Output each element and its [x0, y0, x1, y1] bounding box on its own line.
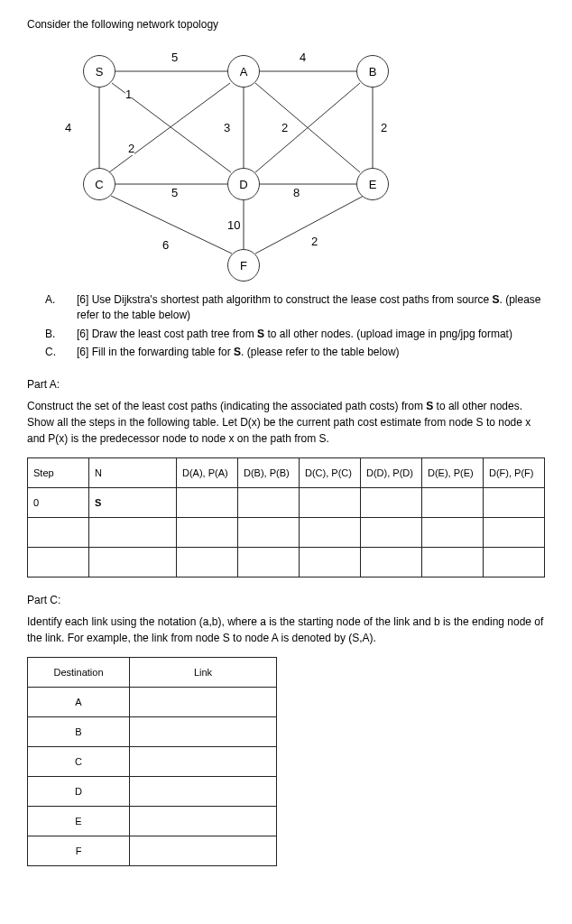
edge-df: 10 [227, 218, 240, 232]
edge-ae: 2 [281, 121, 288, 134]
table-row: E [28, 807, 277, 836]
question-b: B.[6] Draw the least cost path tree from… [45, 327, 545, 342]
col-destination: Destination [28, 658, 130, 688]
table-row: 0 S [28, 488, 545, 518]
node-c: C [83, 168, 115, 200]
edge-be: 2 [381, 121, 387, 134]
edge-sc-diag: 1 [125, 88, 132, 101]
col-f: D(F), P(F) [484, 458, 545, 488]
svg-line-11 [111, 196, 232, 254]
page-title: Consider the following network topology [27, 18, 545, 31]
edge-sa: 5 [171, 51, 178, 64]
forwarding-table: Destination Link A B C D E F [27, 657, 277, 866]
question-a: A.[6] Use Dijkstra's shortest path algor… [45, 292, 545, 323]
table-row: C [28, 747, 277, 777]
col-d: D(D), P(D) [361, 458, 422, 488]
node-s: S [83, 55, 115, 88]
col-a: D(A), P(A) [177, 458, 238, 488]
question-c: C.[6] Fill in the forwarding table for S… [45, 345, 545, 360]
table-header-row: Destination Link [28, 658, 277, 688]
table-row [28, 518, 545, 548]
table-header-row: Step N D(A), P(A) D(B), P(B) D(C), P(C) … [28, 458, 545, 488]
table-row: B [28, 717, 277, 747]
table-row: D [28, 777, 277, 807]
col-e: D(E), P(E) [422, 458, 484, 488]
col-b: D(B), P(B) [238, 458, 300, 488]
edge-ad: 3 [224, 121, 230, 134]
col-step: Step [28, 458, 89, 488]
network-graph: S A B C D E F 5 4 4 1 2 3 2 2 5 8 6 10 2 [54, 40, 433, 274]
node-f: F [227, 249, 260, 282]
part-a-head: Part A: [27, 378, 545, 391]
cell: 0 [28, 488, 89, 518]
part-a-para: Construct the set of the least cost path… [27, 398, 545, 447]
table-row: F [28, 836, 277, 866]
col-n: N [89, 458, 177, 488]
svg-line-13 [255, 196, 364, 254]
node-d: D [227, 168, 260, 200]
question-list: A.[6] Use Dijkstra's shortest path algor… [27, 292, 545, 360]
edge-ef: 2 [311, 235, 318, 248]
part-c-head: Part C: [27, 594, 545, 606]
node-a: A [227, 55, 260, 88]
col-c: D(C), P(C) [300, 458, 361, 488]
edge-cf: 6 [162, 238, 169, 252]
edge-de: 8 [293, 186, 300, 199]
table-row [28, 548, 545, 578]
part-c-para: Identify each link using the notation (a… [27, 614, 545, 646]
edge-cd: 5 [171, 186, 178, 199]
edge-sc-left: 4 [65, 121, 71, 134]
edge-sd: 2 [128, 142, 134, 155]
col-link: Link [130, 658, 277, 688]
dijkstra-table: Step N D(A), P(A) D(B), P(B) D(C), P(C) … [27, 457, 545, 578]
table-row: A [28, 688, 277, 717]
node-e: E [356, 168, 389, 200]
cell: S [89, 488, 177, 518]
edge-ab: 4 [300, 51, 306, 64]
node-b: B [356, 55, 389, 88]
